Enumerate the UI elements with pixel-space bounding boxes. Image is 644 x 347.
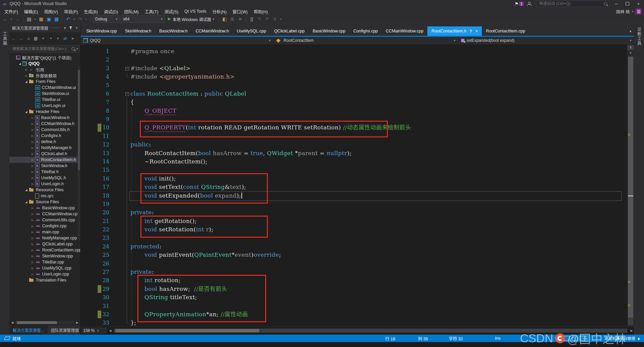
user-name[interactable]: 国林 姚: [616, 8, 630, 15]
tab-close-icon[interactable]: ×: [475, 28, 478, 33]
hscroll-left-icon[interactable]: ◀: [108, 329, 113, 332]
quick-launch-box[interactable]: [536, 1, 610, 7]
menu-e[interactable]: 编辑(E): [21, 7, 41, 15]
feedback-icon[interactable]: [527, 2, 531, 6]
tree-expander-icon[interactable]: ▷: [30, 255, 35, 258]
outline-margin[interactable]: [125, 64, 129, 73]
menu-p[interactable]: 项目(P): [61, 7, 81, 15]
se-pending-icon[interactable]: ◔: [47, 35, 53, 41]
tree-expander-icon[interactable]: ▷: [30, 134, 35, 137]
user-dropdown-icon[interactable]: ▾: [632, 10, 633, 13]
tree-expander-icon[interactable]: ◢: [24, 201, 28, 204]
tree-expander-icon[interactable]: ▷: [30, 122, 35, 125]
open-file-icon[interactable]: ▦: [38, 16, 44, 22]
tree-expander-icon[interactable]: ▷: [30, 128, 35, 131]
quick-launch-input[interactable]: [538, 1, 597, 6]
menu-d[interactable]: 调试(D): [101, 7, 121, 15]
tree-item[interactable]: ▷hCCMainWindow.h: [9, 121, 80, 127]
scroll-up-icon[interactable]: ▲: [627, 51, 634, 54]
tree-expander-icon[interactable]: ▷: [24, 68, 28, 71]
code-line-12[interactable]: 12public:: [81, 140, 634, 149]
scrollbar-thumb[interactable]: [628, 57, 633, 318]
breadcrumb-project-dropdown[interactable]: QtQQ ▾: [81, 37, 274, 44]
code-line-8[interactable]: 8Q_OBJECT: [81, 107, 634, 115]
se-pending-dropdown-icon[interactable]: ▾: [55, 35, 61, 41]
tree-item[interactable]: ▷hNotifyManager.h: [9, 145, 80, 151]
tab-pin-icon[interactable]: [470, 30, 471, 32]
outline-margin[interactable]: [125, 90, 129, 98]
status-extension-icon-3[interactable]: [580, 336, 585, 341]
diagnostics-vertical-tab[interactable]: 诊断工具: [636, 27, 642, 46]
tree-item[interactable]: ▷++UseMySQL.cpp: [9, 265, 80, 271]
doc-tab-qclicklabel.cpp[interactable]: QClickLabel.cpp: [270, 26, 309, 36]
tree-expander-icon[interactable]: ▷: [30, 267, 35, 270]
tree-item[interactable]: ◢QtQQ: [9, 61, 80, 67]
tree-item[interactable]: 解决方案"QtQQ"(1 个项目): [9, 54, 80, 61]
tree-expander-icon[interactable]: ◢: [24, 189, 28, 192]
close-button[interactable]: ×: [633, 0, 644, 7]
tree-item[interactable]: ▷hRootContactItem.h: [9, 157, 80, 163]
menu-f[interactable]: 文件(F): [1, 7, 21, 15]
tree-item[interactable]: ▷hTitleBar.h: [9, 169, 80, 175]
new-file-icon[interactable]: ▤: [26, 16, 32, 22]
solution-search-input[interactable]: [12, 46, 72, 51]
tree-item[interactable]: ◢Header Files: [9, 109, 80, 115]
notifications-flag-icon[interactable]: ⚑: [515, 1, 519, 6]
tree-expander-icon[interactable]: ▷: [30, 231, 35, 234]
nav-back-icon[interactable]: ←: [2, 16, 9, 22]
doc-tab-usemysql.cpp[interactable]: UseMySQL.cpp: [233, 26, 270, 36]
code-line-2[interactable]: 2: [81, 55, 634, 64]
tree-item[interactable]: ◢Resource Files: [9, 187, 80, 193]
toolbox-vertical-tab[interactable]: 工具箱: [2, 32, 8, 46]
code-line-25[interactable]: 25void paintEvent(QPaintEvent*event)over…: [81, 251, 634, 259]
panel-close-icon[interactable]: ×: [74, 26, 79, 30]
status-extension-icon-2[interactable]: [572, 336, 577, 341]
doc-tab-ccmainwindow.cpp[interactable]: CCMainWindow.cpp: [382, 26, 428, 36]
solution-platform-combo[interactable]: x64▾: [121, 15, 165, 23]
tree-item[interactable]: ▷hCommonUtils.h: [9, 127, 80, 133]
code-line-26[interactable]: 26: [81, 259, 634, 268]
code-line-24[interactable]: 24protected:: [81, 242, 634, 251]
menu-n[interactable]: 分析(N): [209, 7, 229, 15]
tree-expander-icon[interactable]: ▷: [30, 183, 35, 186]
tree-item[interactable]: ▷++NotifyManager.cpp: [9, 235, 80, 241]
menu-b[interactable]: 生成(B): [81, 7, 101, 15]
save-icon[interactable]: ▣: [45, 16, 52, 22]
tree-expander-icon[interactable]: ▷: [30, 261, 35, 264]
tree-item[interactable]: ▷++UserLogin.cpp: [9, 271, 80, 277]
save-all-icon[interactable]: ▩: [53, 16, 60, 22]
tree-item[interactable]: ◢Source Files: [9, 199, 80, 205]
panel-tab-team-explorer[interactable]: 团队资源管理器: [47, 325, 82, 335]
doc-tab-basicwindow.cpp[interactable]: BasicWindow.cpp: [309, 26, 349, 36]
hscroll-right-icon[interactable]: ▶: [629, 329, 634, 332]
tree-item[interactable]: ▷++BasicWindow.cpp: [9, 205, 80, 211]
source-control-label[interactable]: 添加到源代码管理: [605, 336, 635, 341]
scroll-right-icon[interactable]: ▶: [75, 321, 80, 324]
tree-item[interactable]: uiUserLogin.ui: [9, 103, 80, 109]
menu-m[interactable]: 团队(M): [121, 7, 142, 15]
tree-expander-icon[interactable]: ▷: [30, 249, 35, 252]
tree-item[interactable]: ▷++RootContactItem.cpp: [9, 247, 80, 253]
redo-dropdown-icon[interactable]: ▾: [85, 16, 88, 22]
menu-h[interactable]: 帮助(H): [251, 7, 271, 15]
se-home-icon[interactable]: ⌂: [25, 35, 31, 41]
tree-expander-icon[interactable]: ▷: [30, 116, 35, 119]
more-dropdown-icon[interactable]: ▾: [279, 16, 283, 22]
doc-tab-rootcontactitem.cpp[interactable]: RootContactItem.cpp: [482, 26, 529, 36]
new-file-dropdown-icon[interactable]: ▾: [33, 16, 37, 22]
panel-tab-solution-explorer[interactable]: 解决方案资源管...: [9, 325, 47, 335]
se-back-icon[interactable]: ←: [11, 35, 17, 41]
doc-tab-rootcontactitem.h[interactable]: RootContactItem.h×: [427, 26, 482, 36]
solution-search-box[interactable]: ▾: [10, 45, 80, 52]
tree-expander-icon[interactable]: ◢: [24, 110, 28, 113]
status-insert-mode[interactable]: Ins: [495, 335, 501, 342]
doc-tab-configini.cpp[interactable]: ConfigIni.cpp: [349, 26, 382, 36]
tree-expander-icon[interactable]: ▷: [30, 225, 35, 228]
tree-item[interactable]: ▷++CCMainWindow.cpp: [9, 211, 80, 217]
tree-item[interactable]: ▷++ConfigIni.cpp: [9, 223, 80, 229]
tree-item[interactable]: ▷++SkinWindow.cpp: [9, 253, 80, 259]
tree-expander-icon[interactable]: ▷: [30, 152, 35, 155]
code-editor[interactable]: 1#pragma once23#include <QLabel>4#includ…: [81, 45, 634, 326]
tree-item[interactable]: ▷hUseMySQL.h: [9, 175, 80, 181]
tree-expander-icon[interactable]: ▷: [30, 146, 35, 149]
